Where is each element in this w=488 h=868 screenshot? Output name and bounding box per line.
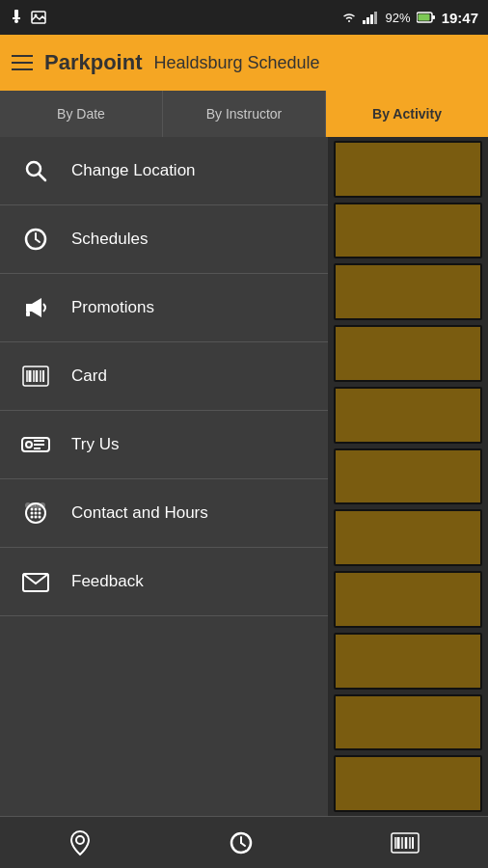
svg-point-35 xyxy=(40,502,45,508)
image-icon xyxy=(31,11,46,24)
content-block xyxy=(334,325,482,382)
svg-rect-11 xyxy=(418,14,429,21)
menu-item-try-us[interactable]: Try Us xyxy=(0,411,328,479)
bottom-nav-schedule[interactable] xyxy=(209,823,273,863)
svg-point-42 xyxy=(31,516,34,519)
svg-point-38 xyxy=(39,508,41,511)
content-block xyxy=(334,387,482,444)
header-subtitle: Healdsburg Schedule xyxy=(153,53,319,73)
battery-percent: 92% xyxy=(386,11,411,25)
svg-rect-0 xyxy=(14,10,18,17)
svg-rect-6 xyxy=(366,17,369,24)
menu-item-feedback[interactable]: Feedback xyxy=(0,548,328,616)
menu-item-change-location[interactable]: Change Location xyxy=(0,137,328,205)
tab-by-activity[interactable]: By Activity xyxy=(326,91,488,137)
svg-line-49 xyxy=(241,843,245,846)
search-icon xyxy=(19,154,52,187)
drawer-menu: Change Location Schedules Promotions xyxy=(0,137,328,816)
bottom-nav-location[interactable] xyxy=(49,822,111,864)
envelope-icon xyxy=(19,565,52,598)
svg-rect-18 xyxy=(26,312,30,316)
tab-by-date[interactable]: By Date xyxy=(0,91,163,137)
barcode-bottom-icon xyxy=(391,832,420,854)
main-area: Change Location Schedules Promotions xyxy=(0,137,488,816)
content-block xyxy=(334,694,482,751)
content-block xyxy=(334,203,482,259)
menu-label-feedback: Feedback xyxy=(71,572,144,591)
content-block xyxy=(334,509,482,566)
clock: 19:47 xyxy=(442,10,478,26)
header: Parkpoint Healdsburg Schedule xyxy=(0,35,488,91)
content-block xyxy=(334,755,482,812)
menu-label-promotions: Promotions xyxy=(71,298,154,317)
svg-point-39 xyxy=(31,512,34,515)
wifi-icon xyxy=(341,11,357,24)
svg-point-37 xyxy=(35,508,38,511)
content-block xyxy=(334,141,482,198)
svg-line-16 xyxy=(36,239,40,242)
location-pin-icon xyxy=(68,829,92,856)
status-left xyxy=(10,10,46,25)
content-block xyxy=(334,263,482,320)
svg-rect-5 xyxy=(363,20,366,24)
menu-label-change-location: Change Location xyxy=(71,161,196,180)
svg-point-41 xyxy=(39,512,41,515)
battery-icon xyxy=(417,11,436,24)
clock-bottom-icon xyxy=(229,830,254,855)
menu-item-promotions[interactable]: Promotions xyxy=(0,274,328,342)
tabs: By Date By Instructor By Activity xyxy=(0,91,488,137)
svg-point-36 xyxy=(31,508,34,511)
barcode-icon xyxy=(19,360,52,393)
bottom-nav-barcode[interactable] xyxy=(371,825,439,861)
svg-rect-8 xyxy=(374,12,377,24)
app-name: Parkpoint xyxy=(44,50,142,75)
hamburger-menu-button[interactable] xyxy=(12,55,33,70)
clock-icon xyxy=(19,223,52,256)
svg-rect-7 xyxy=(370,14,373,24)
svg-point-43 xyxy=(35,516,38,519)
svg-point-2 xyxy=(14,19,18,23)
menu-item-schedules[interactable]: Schedules xyxy=(0,205,328,274)
bottom-nav xyxy=(0,816,488,868)
svg-rect-10 xyxy=(432,15,435,19)
content-block xyxy=(334,571,482,628)
menu-label-try-us: Try Us xyxy=(71,435,119,454)
status-right: 92% 19:47 xyxy=(341,10,478,26)
megaphone-icon xyxy=(19,291,52,324)
signal-icon xyxy=(363,11,380,24)
svg-point-40 xyxy=(35,512,38,515)
content-area xyxy=(328,137,488,816)
svg-point-46 xyxy=(76,836,84,844)
menu-label-schedules: Schedules xyxy=(71,230,148,249)
menu-item-contact-and-hours[interactable]: Contact and Hours xyxy=(0,479,328,548)
svg-point-44 xyxy=(39,516,41,519)
content-block xyxy=(334,448,482,505)
svg-rect-1 xyxy=(13,17,20,19)
usb-icon xyxy=(10,10,23,25)
phone-icon xyxy=(19,497,52,529)
tab-by-instructor[interactable]: By Instructor xyxy=(163,91,326,137)
ticket-icon xyxy=(19,428,52,461)
menu-item-card[interactable]: Card xyxy=(0,342,328,411)
status-bar: 92% 19:47 xyxy=(0,0,488,35)
svg-line-13 xyxy=(40,175,46,181)
svg-point-27 xyxy=(26,442,32,448)
content-block xyxy=(334,633,482,690)
menu-label-contact-and-hours: Contact and Hours xyxy=(71,503,208,523)
menu-label-card: Card xyxy=(71,366,107,386)
